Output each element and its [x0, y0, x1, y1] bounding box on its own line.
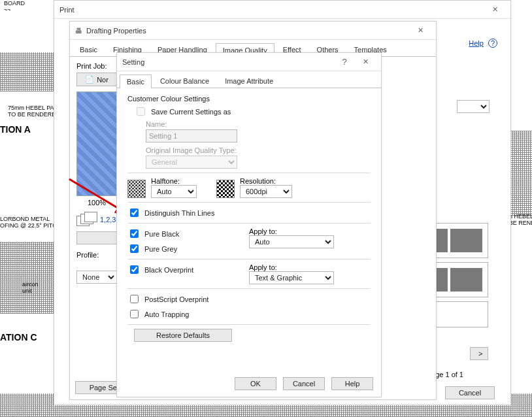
black-overprint-input[interactable] [130, 265, 139, 274]
name-label: Name: [146, 120, 371, 128]
distinguish-thin-lines-checkbox[interactable]: Distinguish Thin Lines [127, 207, 371, 219]
setting-help-button[interactable]: Help [331, 377, 373, 390]
setting-close-icon[interactable]: ✕ [355, 53, 376, 71]
bg-label-section-a: TION A [0, 124, 31, 135]
save-current-checkbox[interactable]: Save Current Settings as [134, 105, 371, 118]
setting-tabs: Basic Colour Balance Image Attribute [117, 71, 381, 88]
drafting-title: Drafting Properties [86, 27, 146, 35]
preview-button-unknown[interactable] [76, 231, 117, 244]
pure-grey-checkbox[interactable]: Pure Grey [127, 242, 249, 255]
print-titlebar: Print ✕ [54, 1, 510, 19]
setting-title: Setting [122, 58, 144, 66]
bg-label-section-c: ATION C [0, 332, 37, 342]
setting-ok-button[interactable]: OK [235, 377, 276, 390]
help-link[interactable]: Help [469, 39, 484, 47]
more-button[interactable]: > [470, 347, 488, 360]
drafting-titlebar: 🖶 Drafting Properties ✕ [70, 22, 436, 40]
distinguish-input[interactable] [130, 208, 139, 217]
tab-basic[interactable]: Basic [73, 42, 105, 56]
pure-black-input[interactable] [130, 229, 139, 238]
apply-to-over-label: Apply to: [249, 263, 371, 271]
setting-titlebar: Setting ? ✕ [117, 53, 381, 71]
halftone-select[interactable]: Auto [151, 185, 197, 198]
auto-trapping-checkbox[interactable]: Auto Trapping [127, 308, 371, 320]
print-cancel-button[interactable]: Cancel [445, 386, 495, 399]
halftone-icon [127, 180, 146, 198]
setting-tab-image-attribute[interactable]: Image Attribute [218, 74, 280, 88]
save-current-input[interactable] [137, 107, 145, 116]
postscript-overprint-checkbox[interactable]: PostScript Overprint [127, 293, 371, 305]
bg-label-colorbond: LORBOND METAL OFING @ 22.5° PITCH [0, 216, 61, 229]
pure-black-label: Pure Black [144, 230, 179, 238]
postscript-overprint-label: PostScript Overprint [144, 295, 208, 303]
postscript-overprint-input[interactable] [130, 295, 139, 303]
save-current-label: Save Current Settings as [151, 108, 231, 116]
apply-to-black-select[interactable]: Auto [249, 235, 334, 248]
resolution-icon [216, 180, 235, 198]
resolution-select[interactable]: 600dpi [240, 185, 292, 198]
bg-label-board: BOARD ~~ [4, 0, 25, 13]
drafting-close-icon[interactable]: ✕ [410, 22, 431, 40]
document-icon: 📄 [85, 75, 94, 84]
customer-colour-title: Customer Colour Settings [127, 95, 371, 103]
print-job-label: Print Job: [76, 62, 107, 70]
black-overprint-checkbox[interactable]: Black Overprint [127, 263, 249, 276]
halftone-label: Halftone: [151, 177, 197, 185]
print-title: Print [59, 6, 75, 14]
black-overprint-label: Black Overprint [144, 266, 193, 274]
printer-icon: 🖶 [75, 27, 82, 35]
pure-grey-input[interactable] [130, 244, 139, 253]
help-icon[interactable]: ? [488, 39, 497, 48]
setting-cancel-button[interactable]: Cancel [283, 377, 325, 390]
setting-dialog: Setting ? ✕ Basic Colour Balance Image A… [116, 52, 382, 397]
auto-trapping-input[interactable] [130, 310, 139, 318]
profile-select[interactable]: None [76, 271, 117, 284]
pure-black-checkbox[interactable]: Pure Black [127, 227, 249, 240]
resolution-label: Resolution: [240, 177, 292, 185]
name-input[interactable] [146, 129, 237, 142]
print-close-icon[interactable]: ✕ [484, 1, 505, 19]
apply-to-over-select[interactable]: Text & Graphic [249, 271, 334, 284]
normal-job-button[interactable]: 📄 Nor [76, 73, 117, 86]
pure-grey-label: Pure Grey [144, 245, 177, 253]
setting-tab-colour-balance[interactable]: Colour Balance [153, 74, 216, 88]
normal-job-label: Nor [97, 76, 108, 84]
bg-label-aircon: aircon unit [22, 281, 39, 294]
auto-trapping-label: Auto Trapping [144, 310, 190, 318]
restore-defaults-button[interactable]: Restore Defaults [134, 329, 232, 342]
setting-help-icon[interactable]: ? [334, 53, 355, 71]
orig-type-select[interactable]: General [146, 156, 237, 169]
distinguish-label: Distinguish Thin Lines [144, 209, 214, 217]
apply-to-black-label: Apply to: [249, 227, 371, 235]
help-link-area: Help ? [469, 39, 497, 48]
print-combo-unknown[interactable] [457, 100, 490, 113]
setting-tab-basic[interactable]: Basic [120, 75, 152, 88]
orig-type-label: Original Image Quality Type: [146, 146, 371, 154]
